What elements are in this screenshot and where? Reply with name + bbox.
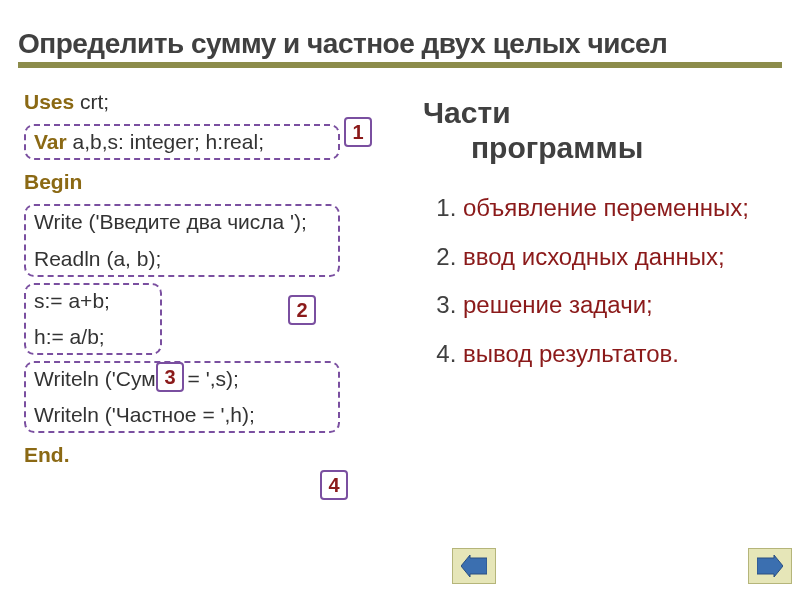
label-4: 4 bbox=[320, 470, 348, 500]
svg-marker-1 bbox=[757, 555, 783, 577]
part-item-3: решение задачи; bbox=[463, 290, 783, 321]
code-calc2: h:= a/b; bbox=[34, 325, 152, 349]
code-out2: Writeln ('Частное = ',h); bbox=[34, 403, 330, 427]
keyword-begin: Begin bbox=[24, 170, 82, 193]
parts-list: объявление переменных; ввод исходных дан… bbox=[423, 193, 783, 370]
slide-title: Определить сумму и частное двух целых чи… bbox=[18, 28, 782, 60]
group-2-input: Write ('Введите два числа '); Readln (a,… bbox=[24, 204, 340, 276]
code-begin: Begin bbox=[24, 170, 394, 194]
group-3-calc: s:= a+b; h:= a/b; bbox=[24, 283, 162, 355]
parts-title-line2: программы bbox=[427, 131, 783, 166]
next-button[interactable] bbox=[748, 548, 792, 584]
code-listing: Uses crt; Var a,b,s: integer; h:real; Be… bbox=[24, 80, 394, 477]
keyword-end: End. bbox=[24, 443, 70, 466]
group-1-var: Var a,b,s: integer; h:real; bbox=[24, 124, 340, 160]
nav-buttons bbox=[452, 548, 792, 584]
code-uses-rest: crt; bbox=[74, 90, 109, 113]
parts-title-line1: Части bbox=[423, 96, 511, 129]
parts-title: Части программы bbox=[423, 96, 783, 165]
prev-button[interactable] bbox=[452, 548, 496, 584]
code-var-rest: a,b,s: integer; h:real; bbox=[67, 130, 264, 153]
part-item-4: вывод результатов. bbox=[463, 339, 783, 370]
label-1: 1 bbox=[344, 117, 372, 147]
keyword-var: Var bbox=[34, 130, 67, 153]
code-calc1: s:= a+b; bbox=[34, 289, 152, 313]
title-bar: Определить сумму и частное двух целых чи… bbox=[18, 28, 782, 68]
keyword-uses: Uses bbox=[24, 90, 74, 113]
code-end: End. bbox=[24, 443, 394, 467]
svg-marker-0 bbox=[461, 555, 487, 577]
code-uses: Uses crt; bbox=[24, 90, 394, 114]
code-readln: Readln (a, b); bbox=[34, 247, 330, 271]
part-item-1: объявление переменных; bbox=[463, 193, 783, 224]
part-item-2: ввод исходных данных; bbox=[463, 242, 783, 273]
code-write: Write ('Введите два числа '); bbox=[34, 210, 330, 234]
arrow-left-icon bbox=[461, 555, 487, 577]
label-2: 2 bbox=[288, 295, 316, 325]
arrow-right-icon bbox=[757, 555, 783, 577]
parts-panel: Части программы объявление переменных; в… bbox=[423, 96, 783, 388]
label-3: 3 bbox=[156, 362, 184, 392]
